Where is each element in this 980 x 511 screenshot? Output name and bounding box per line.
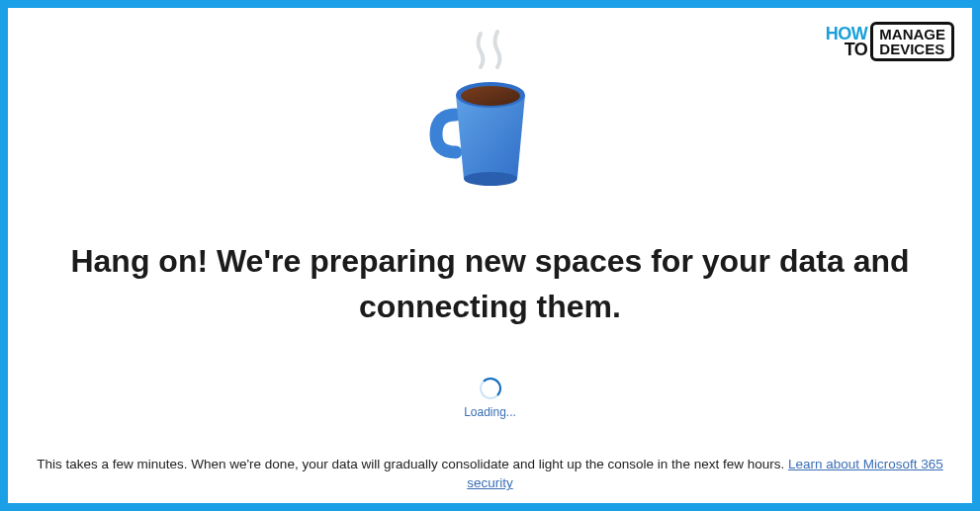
page-heading: Hang on! We're preparing new spaces for … bbox=[36, 238, 945, 330]
svg-point-2 bbox=[464, 172, 517, 186]
main-content: Hang on! We're preparing new spaces for … bbox=[8, 8, 972, 503]
footer-text: This takes a few minutes. When we're don… bbox=[37, 457, 788, 471]
loading-text: Loading... bbox=[464, 405, 516, 419]
watermark-how-to: HOW TO bbox=[826, 26, 868, 57]
watermark-logo: HOW TO MANAGE DEVICES bbox=[826, 22, 954, 61]
coffee-mug-illustration bbox=[426, 26, 555, 189]
svg-point-1 bbox=[461, 86, 520, 106]
spinner-icon bbox=[480, 378, 501, 399]
watermark-line1: MANAGE bbox=[879, 27, 945, 42]
watermark-line2: DEVICES bbox=[879, 42, 945, 56]
loading-indicator: Loading... bbox=[464, 378, 516, 419]
watermark-manage-devices: MANAGE DEVICES bbox=[870, 22, 954, 61]
footer-message: This takes a few minutes. When we're don… bbox=[8, 455, 972, 493]
watermark-to-text: TO bbox=[845, 40, 868, 59]
